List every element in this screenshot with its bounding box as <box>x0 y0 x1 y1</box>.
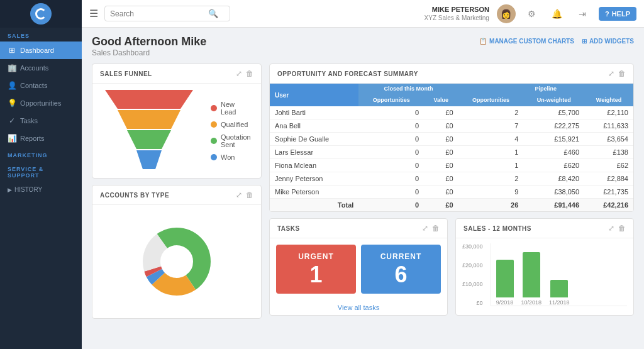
search-icon[interactable]: 🔍 <box>208 9 218 18</box>
cell-p-opp: 1 <box>458 159 524 172</box>
sales-card-actions: ⤢ 🗑 <box>608 224 626 233</box>
sales-funnel-header: SALES FUNNEL ⤢ 🗑 <box>92 64 261 84</box>
logo-icon <box>30 3 52 25</box>
funnel-card-actions: ⤢ 🗑 <box>236 69 253 78</box>
content-area: Good Afternoon Mike Sales Dashboard 📋 MA… <box>82 28 644 349</box>
bar-label: 9/2018 <box>496 299 514 306</box>
dashboard-grid: SALES FUNNEL ⤢ 🗑 <box>92 64 634 319</box>
page-actions: 📋 MANAGE CUSTOM CHARTS ⊞ ADD WIDGETS <box>479 38 634 45</box>
chart-icon: 📊 <box>8 134 16 143</box>
sales-funnel-title: SALES FUNNEL <box>100 70 152 77</box>
bar <box>496 260 514 297</box>
cell-user: Johti Barti <box>270 106 358 119</box>
opportunity-title: OPPORTUNITY AND FORECAST SUMMARY <box>277 70 418 77</box>
sales-chart-area: £30,000 £20,000 £10,000 £0 9/2018 10/201… <box>462 243 627 306</box>
avatar: 👩 <box>497 4 516 23</box>
section-marketing-label: MARKETING <box>0 147 82 161</box>
funnel-expand-icon[interactable]: ⤢ <box>236 69 242 78</box>
sidebar-item-accounts[interactable]: 🏢 Accounts <box>0 59 82 77</box>
help-label: HELP <box>612 10 630 18</box>
current-task-box[interactable]: CURRENT 6 <box>361 245 441 294</box>
sales-12m-title: SALES - 12 MONTHS <box>464 225 531 232</box>
cell-p-opp: 4 <box>458 133 524 146</box>
tasks-delete-icon[interactable]: 🗑 <box>432 224 440 233</box>
add-widgets-button[interactable]: ⊞ ADD WIDGETS <box>582 38 634 45</box>
tasks-card: TASKS ⤢ 🗑 URGENT 1 <box>269 218 448 316</box>
view-all-tasks-link[interactable]: View all tasks <box>270 300 447 315</box>
svg-marker-1 <box>118 110 180 129</box>
cell-c-val: £0 <box>424 172 458 186</box>
cell-c-opp: 0 <box>358 186 424 199</box>
sidebar-item-opportunities[interactable]: 💡 Opportunities <box>0 94 82 112</box>
sidebar-history[interactable]: ▶ HISTORY <box>0 181 82 198</box>
tasks-header: TASKS ⤢ 🗑 <box>270 219 447 238</box>
cell-c-opp: 0 <box>358 119 424 133</box>
accounts-type-header: ACCOUNTS BY TYPE ⤢ 🗑 <box>92 186 261 205</box>
urgent-label: URGENT <box>281 252 351 261</box>
grid-icon: ⊞ <box>8 46 16 55</box>
sidebar-item-reports[interactable]: 📊 Reports <box>0 130 82 147</box>
cell-user: Lars Elessar <box>270 146 358 159</box>
help-button[interactable]: ? HELP <box>599 7 636 21</box>
cell-c-val: £0 <box>424 159 458 172</box>
donut-content <box>92 205 261 318</box>
svg-marker-3 <box>136 150 162 169</box>
settings-icon[interactable]: ⚙ <box>523 5 541 23</box>
sidebar-item-tasks[interactable]: ✓ Tasks <box>0 112 82 130</box>
hamburger-icon[interactable]: ☰ <box>89 8 98 19</box>
cell-user: Mike Peterson <box>270 186 358 199</box>
cell-p-opp: 1 <box>458 146 524 159</box>
search-input[interactable] <box>110 9 204 18</box>
sales-delete-icon[interactable]: 🗑 <box>618 224 626 233</box>
legend-new-lead: New Lead <box>211 101 251 116</box>
accounts-delete-icon[interactable]: 🗑 <box>246 191 253 199</box>
urgent-task-box[interactable]: URGENT 1 <box>276 245 356 294</box>
widgets-icon: ⊞ <box>582 38 587 45</box>
manage-charts-button[interactable]: 📋 MANAGE CUSTOM CHARTS <box>479 38 574 45</box>
col-opp2: Opportunities <box>458 94 524 106</box>
col-unw: Un-weighted <box>523 94 584 106</box>
cell-c-opp: 0 <box>358 159 424 172</box>
user-info: MIKE PETERSON XYZ Sales & Marketing <box>425 5 489 22</box>
col-opp1: Opportunities <box>358 94 424 106</box>
won-dot <box>211 154 217 160</box>
table-total-row: Total 0 £0 26 £91,446 £42,216 <box>270 199 633 212</box>
accounts-expand-icon[interactable]: ⤢ <box>236 191 242 199</box>
funnel-delete-icon[interactable]: 🗑 <box>246 69 253 78</box>
bell-icon[interactable]: 🔔 <box>548 5 566 23</box>
cell-user: Sophie De Gualle <box>270 133 358 146</box>
sales-12m-header: SALES - 12 MONTHS ⤢ 🗑 <box>456 219 633 238</box>
col-user: User <box>270 84 358 106</box>
opp-expand-icon[interactable]: ⤢ <box>608 69 614 78</box>
section-service-label: SERVICE & SUPPORT <box>0 161 82 181</box>
col-group-pipeline: Pipeline <box>458 84 633 94</box>
opp-delete-icon[interactable]: 🗑 <box>618 69 626 78</box>
building-icon: 🏢 <box>8 64 16 72</box>
opportunity-header: OPPORTUNITY AND FORECAST SUMMARY ⤢ 🗑 <box>270 64 633 84</box>
cell-c-opp: 0 <box>358 146 424 159</box>
sales-expand-icon[interactable]: ⤢ <box>608 224 614 233</box>
sidebar-item-dashboard[interactable]: ⊞ Dashboard <box>0 42 82 59</box>
chart-manage-icon: 📋 <box>479 38 487 45</box>
cell-p-w: £3,654 <box>584 133 633 146</box>
won-label: Won <box>221 153 235 161</box>
legend-quotation: Quotation Sent <box>211 133 251 148</box>
tasks-expand-icon[interactable]: ⤢ <box>422 224 428 233</box>
bottom-row: TASKS ⤢ 🗑 URGENT 1 <box>269 218 634 316</box>
cell-p-unw: £15,921 <box>523 133 584 146</box>
sidebar-item-contacts[interactable]: 👤 Contacts <box>0 77 82 94</box>
user-company: XYZ Sales & Marketing <box>425 14 489 22</box>
total-p-unw: £91,446 <box>523 199 584 212</box>
total-c-opp: 0 <box>358 199 424 212</box>
cell-c-val: £0 <box>424 186 458 199</box>
cell-p-unw: £460 <box>523 146 584 159</box>
cell-p-opp: 9 <box>458 186 524 199</box>
logout-icon[interactable]: ⇥ <box>574 5 591 23</box>
page-subtitle: Sales Dashboard <box>92 48 479 57</box>
bar-group: 11/2018 <box>549 243 570 306</box>
page-header: Good Afternoon Mike Sales Dashboard 📋 MA… <box>92 35 634 57</box>
funnel-legend: New Lead Qualified Quotation Sent <box>206 96 256 166</box>
sidebar-label-accounts: Accounts <box>20 64 48 72</box>
sidebar-label-contacts: Contacts <box>20 82 47 89</box>
cell-user: Jenny Peterson <box>270 172 358 186</box>
